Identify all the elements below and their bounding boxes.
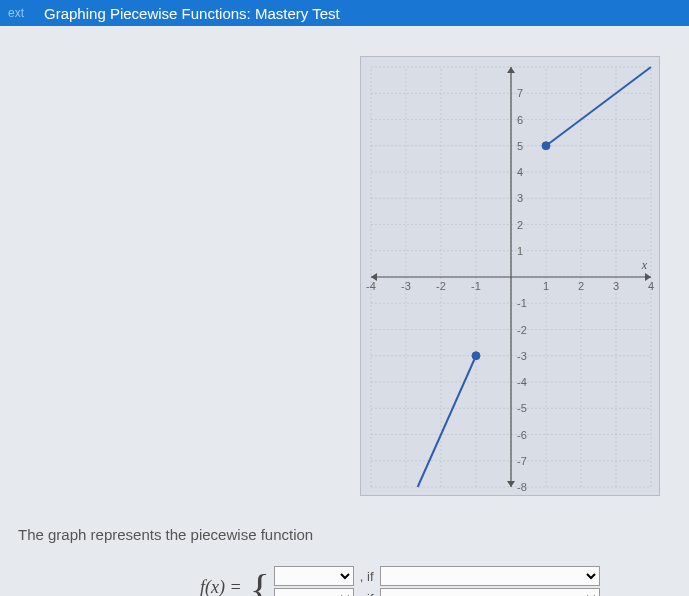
brace-icon: { xyxy=(250,569,270,596)
svg-text:-1: -1 xyxy=(471,280,481,292)
svg-text:2: 2 xyxy=(578,280,584,292)
piece-row-2: , if xyxy=(274,588,600,596)
domain-select-1[interactable] xyxy=(380,566,600,586)
svg-text:-5: -5 xyxy=(517,402,527,414)
svg-text:7: 7 xyxy=(517,87,523,99)
content-area: -4-3-2-11234-8-7-6-5-4-3-2-11234567x The… xyxy=(0,26,689,596)
svg-text:1: 1 xyxy=(543,280,549,292)
pieces-container: , if , if xyxy=(274,566,600,596)
question-prompt: The graph represents the piecewise funct… xyxy=(18,526,313,543)
svg-text:4: 4 xyxy=(517,166,523,178)
graph-panel: -4-3-2-11234-8-7-6-5-4-3-2-11234567x xyxy=(360,56,660,496)
svg-text:-3: -3 xyxy=(401,280,411,292)
expression-select-1[interactable] xyxy=(274,566,354,586)
expression-select-2[interactable] xyxy=(274,588,354,596)
header-bar: ext Graphing Piecewise Functions: Master… xyxy=(0,0,689,26)
svg-text:-2: -2 xyxy=(436,280,446,292)
piece-row-1: , if xyxy=(274,566,600,586)
page-title: Graphing Piecewise Functions: Mastery Te… xyxy=(44,5,340,22)
svg-text:1: 1 xyxy=(517,245,523,257)
svg-text:6: 6 xyxy=(517,114,523,126)
svg-text:-6: -6 xyxy=(517,429,527,441)
svg-marker-31 xyxy=(507,481,515,487)
svg-text:3: 3 xyxy=(517,192,523,204)
if-label-1: , if xyxy=(360,569,374,584)
svg-text:4: 4 xyxy=(648,280,654,292)
svg-text:-2: -2 xyxy=(517,324,527,336)
answer-area: f(x) = { , if , if xyxy=(200,566,600,596)
if-label-2: , if xyxy=(360,591,374,597)
domain-select-2[interactable] xyxy=(380,588,600,596)
svg-point-56 xyxy=(472,352,480,360)
svg-text:-4: -4 xyxy=(517,376,527,388)
svg-text:5: 5 xyxy=(517,140,523,152)
piecewise-graph: -4-3-2-11234-8-7-6-5-4-3-2-11234567x xyxy=(361,57,661,497)
svg-text:3: 3 xyxy=(613,280,619,292)
svg-text:-8: -8 xyxy=(517,481,527,493)
svg-text:-1: -1 xyxy=(517,297,527,309)
svg-text:-7: -7 xyxy=(517,455,527,467)
svg-text:x: x xyxy=(641,258,648,272)
svg-marker-30 xyxy=(507,67,515,73)
svg-point-57 xyxy=(542,142,550,150)
fx-label: f(x) = xyxy=(200,577,242,597)
ext-label: ext xyxy=(8,6,24,20)
svg-text:2: 2 xyxy=(517,219,523,231)
svg-text:-4: -4 xyxy=(366,280,376,292)
svg-text:-3: -3 xyxy=(517,350,527,362)
